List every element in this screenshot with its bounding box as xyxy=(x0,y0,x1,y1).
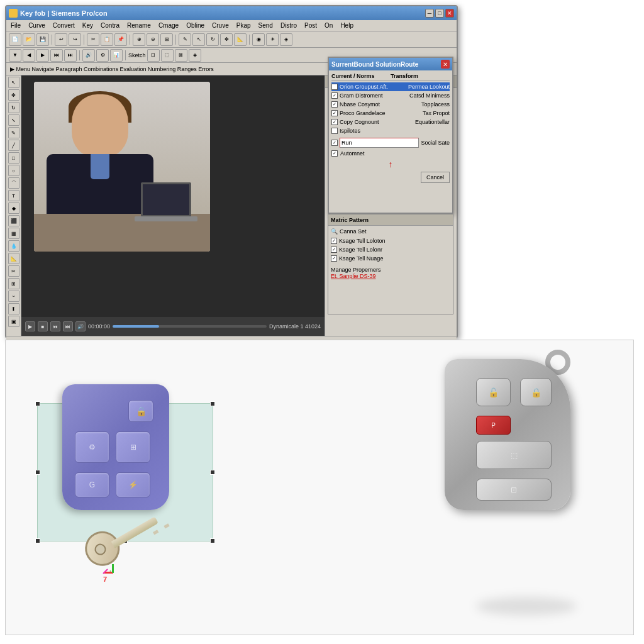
fob-right-btn-trunk[interactable]: ⬚ xyxy=(476,441,552,469)
menu-obline[interactable]: Obline xyxy=(183,21,208,30)
dialog-close-button[interactable]: ✕ xyxy=(441,60,450,69)
tb-select[interactable]: ↖ xyxy=(192,33,205,46)
dialog-check-0[interactable]: ✓ xyxy=(331,84,338,90)
tb2-btn4[interactable]: ⏮ xyxy=(50,49,63,62)
tl-prev[interactable]: ⏮ xyxy=(50,321,60,331)
lt-line[interactable]: ╱ xyxy=(8,140,19,151)
menu-pkap[interactable]: Pkap xyxy=(233,21,254,30)
dialog-check-1[interactable]: ✓ xyxy=(331,92,338,99)
dialog-item-1[interactable]: ✓ Gram Distroment Catsd Minimess xyxy=(331,91,450,100)
menu-cmage[interactable]: Cmage xyxy=(155,21,182,30)
lt-fillet[interactable]: ⌣ xyxy=(8,291,19,302)
dialog-check-7[interactable]: ✓ xyxy=(331,150,338,157)
minimize-button[interactable]: ─ xyxy=(425,9,434,18)
tb-fit[interactable]: ⊞ xyxy=(160,33,173,46)
dialog-check-2[interactable]: ✓ xyxy=(331,101,338,108)
dialog-input-field[interactable] xyxy=(340,138,419,148)
fob-btn-unlock[interactable]: ⚙ xyxy=(75,431,109,463)
tb-render[interactable]: ◉ xyxy=(252,33,265,46)
fob-right-btn-extra[interactable]: ⊡ xyxy=(476,479,552,501)
tb2-btn1[interactable]: ▼ xyxy=(9,49,21,62)
lt-select[interactable]: ↖ xyxy=(8,77,19,88)
fob-btn-alarm[interactable]: G xyxy=(75,472,109,497)
tl-stop[interactable]: ■ xyxy=(38,321,48,331)
dialog-item-4[interactable]: ✓ Copy Cognount Equationtellar xyxy=(331,118,450,126)
dialog-cancel-button[interactable]: Cancel xyxy=(421,172,450,183)
lt-arc[interactable]: ⌒ xyxy=(8,177,19,189)
tb2-btn2[interactable]: ◀ xyxy=(23,49,35,62)
lt-rect[interactable]: □ xyxy=(8,152,19,164)
tl-play[interactable]: ▶ xyxy=(25,321,35,331)
lt-draw[interactable]: ✎ xyxy=(8,127,19,138)
tb-new[interactable]: 📄 xyxy=(9,33,21,46)
tb2-btn7[interactable]: ⚙ xyxy=(96,49,109,62)
tb-cut[interactable]: ✂ xyxy=(87,33,99,46)
tb-open[interactable]: 📂 xyxy=(23,33,35,46)
menu-ons[interactable]: On xyxy=(321,21,336,30)
tb-zoom-in[interactable]: ⊕ xyxy=(133,33,145,46)
tb-rotate[interactable]: ↻ xyxy=(206,33,219,46)
dialog-check-3[interactable]: ✓ xyxy=(331,110,338,116)
tb-light[interactable]: ☀ xyxy=(266,33,279,46)
tb2-btn12[interactable]: ◈ xyxy=(189,49,201,62)
tb2-btn5[interactable]: ⏭ xyxy=(64,49,77,62)
tb-measure[interactable]: 📐 xyxy=(234,33,247,46)
tb2-btn3[interactable]: ▶ xyxy=(36,49,49,62)
lt-text[interactable]: T xyxy=(8,190,19,201)
menu-send[interactable]: Send xyxy=(255,21,276,30)
dialog-check-4[interactable]: ✓ xyxy=(331,119,338,125)
tb-material[interactable]: ◈ xyxy=(280,33,292,46)
dialog-item-5[interactable]: Ispilotes xyxy=(331,126,450,135)
tb2-btn11[interactable]: ⊠ xyxy=(175,49,187,62)
lt-extend[interactable]: ⊞ xyxy=(8,278,19,289)
lt-trim[interactable]: ✂ xyxy=(8,265,19,277)
tb-undo[interactable]: ↩ xyxy=(55,33,67,46)
dialog-item-2[interactable]: ✓ Nbase Cosymot Topplacess xyxy=(331,100,450,109)
menu-rename[interactable]: Rename xyxy=(124,21,154,30)
sel-handle-lm[interactable] xyxy=(35,470,40,475)
fob-right-btn-lock[interactable]: 🔒 xyxy=(520,378,552,406)
menu-post[interactable]: Post xyxy=(301,21,320,30)
lt-node[interactable]: ◆ xyxy=(8,203,19,214)
tl-next[interactable]: ⏭ xyxy=(63,321,73,331)
lt-rotate[interactable]: ↻ xyxy=(8,102,19,113)
menu-cruve[interactable]: Cruve xyxy=(209,21,232,30)
lt-scale[interactable]: ⤡ xyxy=(8,114,19,126)
sel-handle-bl[interactable] xyxy=(35,538,40,543)
tb-move[interactable]: ✥ xyxy=(220,33,233,46)
tb2-btn10[interactable]: ⬚ xyxy=(161,49,174,62)
lt-fill[interactable]: ⬛ xyxy=(8,215,19,226)
tb2-btn9[interactable]: ⊡ xyxy=(147,49,160,62)
tb2-btn6[interactable]: 🔊 xyxy=(82,49,95,62)
dialog-item-3[interactable]: ✓ Proco Grandelace Tax Propot xyxy=(331,109,450,118)
menu-curve[interactable]: Curve xyxy=(25,21,48,30)
dialog-check-6[interactable]: ✓ xyxy=(331,140,338,146)
menu-file[interactable]: File xyxy=(8,21,24,30)
menu-distro[interactable]: Distro xyxy=(277,21,300,30)
tb-save[interactable]: 💾 xyxy=(36,33,49,46)
menu-contra[interactable]: Contra xyxy=(97,21,123,30)
sub-check-1[interactable]: ✓ xyxy=(331,247,337,253)
sel-handle-br[interactable] xyxy=(210,538,215,543)
dialog-item-0[interactable]: ✓ Orion Groupust Aft. Permea Lookout xyxy=(331,82,450,91)
maximize-button[interactable]: □ xyxy=(435,9,444,18)
sel-handle-tr[interactable] xyxy=(210,401,215,406)
fob-right-btn-alarm[interactable]: P xyxy=(476,416,511,435)
menu-convert[interactable]: Convert xyxy=(50,21,78,30)
sel-handle-rm[interactable] xyxy=(210,470,215,475)
sub-link[interactable]: Et. Sanplie DS-39 xyxy=(331,273,376,279)
tb2-btn8[interactable]: 📊 xyxy=(110,49,123,62)
lt-eyedrop[interactable]: 💧 xyxy=(8,240,19,252)
fob-btn-remote[interactable]: ⚡ xyxy=(116,472,150,497)
sub-check-2[interactable]: ✓ xyxy=(331,255,337,262)
dialog-check-5[interactable] xyxy=(331,128,338,134)
tb-draw[interactable]: ✎ xyxy=(179,33,191,46)
tb-copy[interactable]: 📋 xyxy=(101,33,113,46)
fob-right-btn-unlock[interactable]: 🔓 xyxy=(476,378,511,406)
tb-paste[interactable]: 📌 xyxy=(114,33,127,46)
lt-surface[interactable]: ▣ xyxy=(8,316,19,327)
tl-vol[interactable]: 🔊 xyxy=(75,321,86,331)
lt-extrude[interactable]: ⬆ xyxy=(8,303,19,314)
sel-handle-tl[interactable] xyxy=(35,401,40,406)
tb-redo[interactable]: ↪ xyxy=(69,33,81,46)
